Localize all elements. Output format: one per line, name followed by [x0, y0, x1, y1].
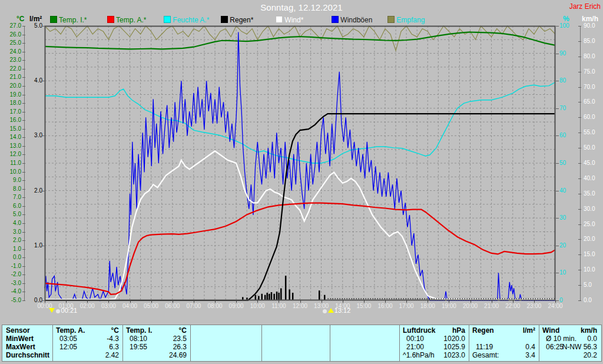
axis-tick-label: 3.0: [5, 229, 21, 235]
axis-tick-label: 40: [559, 188, 576, 194]
arrow-up-icon: [328, 308, 334, 313]
axis-tick-label: 6.0: [5, 203, 21, 209]
event-marker-00-21: 00:21: [49, 307, 78, 314]
unit-label-temp: °C: [16, 15, 24, 23]
x-axis-tick-label: 24:00: [544, 303, 567, 309]
rain-bar: [289, 289, 290, 300]
axis-tick-label: 9.0: [5, 177, 21, 183]
table-cell: l/m²: [472, 327, 535, 335]
legend-item-windb-en: Windböen: [332, 16, 372, 24]
x-axis-tick-label: 11:00: [267, 303, 290, 309]
axis-tick-label: 8.0: [5, 186, 21, 192]
legend-label: Regen*: [228, 16, 253, 24]
x-axis-tick-mark: [555, 300, 556, 303]
axis-tick-mark: [578, 300, 581, 301]
axis-tick-label: 85.0: [584, 38, 600, 44]
axis-tick-label: 55.0: [584, 130, 600, 135]
table-cell: 0.0: [546, 335, 597, 343]
axis-tick-label: 4.0: [26, 78, 42, 84]
table-cell: 0.4: [476, 343, 535, 351]
axis-tick-label: 11.0: [5, 160, 21, 166]
x-axis-tick-mark: [279, 300, 279, 303]
axis-tick-mark: [42, 135, 45, 136]
legend-item-wind: Wind*: [276, 16, 303, 24]
legend-label: Temp. A.*: [114, 16, 146, 24]
moon-icon: [56, 309, 60, 313]
axis-tick-label: 0.0: [5, 254, 21, 260]
legend-item-regen: Regen*: [221, 16, 253, 24]
x-axis-tick-label: 04:00: [118, 303, 142, 309]
axis-tick-label: 75.0: [584, 69, 600, 75]
axis-tick-label: 20: [559, 243, 576, 249]
marker-time-label: 13:12: [334, 307, 351, 314]
axis-tick-label: 13.0: [5, 143, 21, 149]
axis-tick-label: 5.0: [584, 282, 600, 288]
x-axis-tick-mark: [236, 300, 237, 303]
axis-tick-label: 35.0: [584, 191, 600, 197]
table-cell: 1023.0: [403, 352, 465, 359]
axis-tick-label: 24.0: [5, 49, 21, 55]
axis-tick-mark: [42, 191, 45, 191]
axis-tick-label: 26.0: [5, 32, 21, 38]
axis-tick-label: 2.0: [5, 237, 21, 243]
legend-item-temp-i: Temp. I.*: [50, 16, 87, 24]
unit-label-wind: km/h: [582, 15, 598, 23]
axis-tick-label: 17.0: [5, 109, 21, 115]
table-row-label: Sensor: [6, 327, 30, 335]
x-axis-tick-label: 05:00: [140, 303, 163, 309]
axis-tick-label: 21.0: [5, 74, 21, 80]
axis-tick-label: 1.0: [26, 243, 42, 249]
table-cell: 20.2: [542, 352, 597, 359]
axis-tick-label: 80: [559, 78, 576, 84]
axis-tick-label: 2.0: [26, 188, 42, 194]
x-axis-tick-mark: [215, 300, 216, 303]
axis-tick-label: 10.0: [584, 267, 600, 273]
x-axis-tick-label: 19:00: [437, 303, 460, 309]
x-axis-tick-label: 12:00: [289, 303, 312, 309]
axis-tick-label: 19.0: [5, 92, 21, 98]
x-axis-tick-mark: [449, 300, 449, 303]
x-axis-tick-label: 02:00: [75, 303, 99, 309]
axis-tick-mark: [556, 54, 559, 54]
axis-tick-label: 90.0: [584, 23, 600, 29]
axis-tick-label: 16.0: [5, 117, 21, 123]
axis-tick-mark: [42, 26, 45, 27]
x-axis-tick-label: 10:00: [246, 303, 269, 309]
axis-tick-label: -4.0: [5, 289, 21, 294]
axis-tick-label: 25.0: [584, 221, 600, 227]
legend-swatch-icon: [387, 16, 395, 23]
page-title: Sonntag, 12.12.2021: [0, 2, 603, 12]
table-cell: 6.3: [59, 343, 119, 351]
axis-tick-label: 40.0: [584, 176, 600, 181]
axis-tick-label: 30: [559, 215, 576, 221]
axis-tick-label: 15.0: [5, 126, 21, 132]
marker-time-label: 00:21: [61, 307, 78, 314]
rain-bar: [276, 292, 278, 300]
weather-chart-plot[interactable]: [45, 26, 555, 304]
axis-tick-label: 5.0: [26, 23, 42, 29]
legend-swatch-icon: [164, 16, 171, 23]
x-axis-tick-label: 09:00: [224, 303, 248, 309]
axis-tick-mark: [22, 300, 25, 301]
axis-tick-label: 0.0: [584, 297, 600, 303]
axis-tick-label: 70.0: [584, 84, 600, 90]
x-axis-tick-mark: [471, 300, 471, 303]
table-cell: 1025.9: [406, 343, 465, 351]
x-axis-tick-mark: [151, 300, 152, 303]
axis-tick-label: 27.0: [5, 23, 21, 29]
table-row-label: Durchschnitt: [6, 352, 49, 359]
table-cell: hPa: [403, 327, 465, 335]
x-axis-tick-mark: [406, 300, 407, 303]
table-cell: 3.4: [472, 352, 535, 359]
x-axis-tick-label: 15:00: [352, 303, 376, 309]
legend-swatch-icon: [50, 16, 57, 23]
x-axis-tick-mark: [364, 300, 365, 303]
axis-tick-label: 100: [559, 23, 576, 29]
axis-tick-mark: [556, 273, 559, 273]
x-axis-tick-mark: [322, 300, 322, 303]
legend-label: Empfang: [395, 16, 425, 24]
rain-bar: [271, 292, 273, 300]
legend-item-feuchte-a: Feuchte A.*: [164, 16, 209, 24]
axis-tick-label: 18.0: [5, 100, 21, 106]
axis-tick-mark: [556, 26, 559, 27]
